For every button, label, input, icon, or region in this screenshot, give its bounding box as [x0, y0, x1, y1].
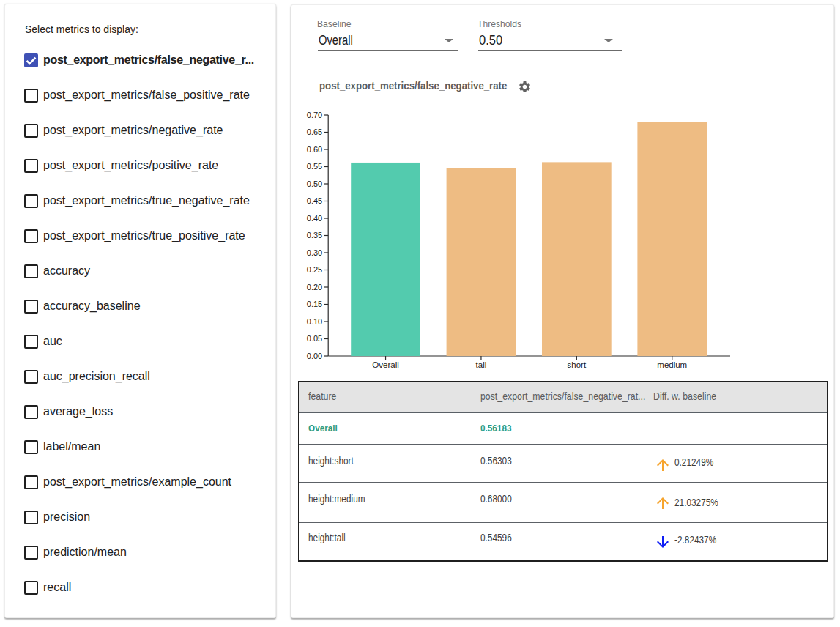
- svg-text:0.60: 0.60: [307, 145, 322, 154]
- svg-text:medium: medium: [657, 360, 687, 369]
- svg-text:tall: tall: [476, 360, 487, 369]
- svg-text:0.35: 0.35: [307, 231, 322, 240]
- svg-text:0.05: 0.05: [307, 334, 322, 343]
- svg-text:0.65: 0.65: [307, 127, 322, 136]
- svg-text:0.70: 0.70: [307, 111, 322, 119]
- svg-text:Overall: Overall: [372, 360, 398, 369]
- svg-text:0.15: 0.15: [307, 300, 322, 308]
- svg-text:0.50: 0.50: [307, 179, 322, 188]
- svg-text:0.45: 0.45: [307, 196, 322, 205]
- svg-text:0.25: 0.25: [307, 265, 322, 274]
- svg-text:short: short: [568, 360, 587, 369]
- svg-text:0.55: 0.55: [307, 162, 322, 171]
- svg-text:0.40: 0.40: [307, 214, 322, 223]
- svg-text:0.00: 0.00: [307, 352, 322, 360]
- svg-text:0.20: 0.20: [307, 283, 322, 292]
- svg-text:0.30: 0.30: [307, 248, 322, 257]
- svg-text:0.10: 0.10: [307, 317, 322, 326]
